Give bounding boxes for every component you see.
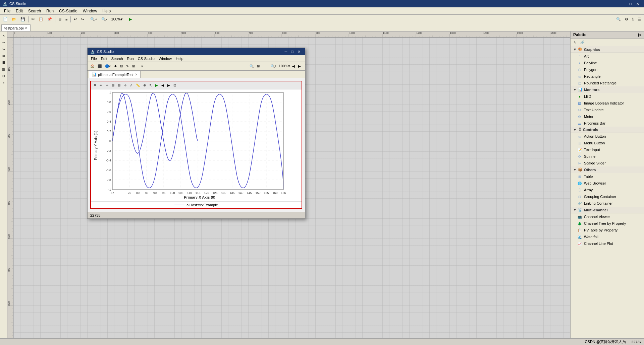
inner-menu-window[interactable]: Window xyxy=(157,56,174,61)
main-canvas[interactable]: 🔬 CS-Studio ─ □ ✕ xyxy=(13,38,570,338)
toolbar-zoom-in[interactable]: 🔍+ xyxy=(89,16,99,23)
maximize-button[interactable]: □ xyxy=(627,1,634,7)
toolbar-save[interactable]: 💾 xyxy=(19,16,27,23)
palette-section-monitors-header[interactable]: ▼ 📊 Monitors xyxy=(571,86,644,93)
palette-item-spinner[interactable]: ⟳ Spinner xyxy=(571,153,644,160)
inner-menu-search[interactable]: Search xyxy=(109,56,125,61)
inner-minimize-button[interactable]: ─ xyxy=(283,49,289,54)
menu-edit[interactable]: Edit xyxy=(13,8,25,14)
palette-section-multichannel-header[interactable]: ▼ 📡 Multi-channel xyxy=(571,207,644,213)
palette-item-meter[interactable]: ⏲ Meter xyxy=(571,113,644,120)
close-button[interactable]: ✕ xyxy=(634,1,641,7)
palette-item-polyline[interactable]: / Polyline xyxy=(571,60,644,66)
palette-item-scaled-slider[interactable]: ⊢ Scaled Slider xyxy=(571,160,644,166)
chart-btn-zoom-out[interactable]: ⊟ xyxy=(116,82,122,88)
inner-tb-7[interactable]: ⊞ xyxy=(131,63,136,70)
palette-item-channel-line-plot[interactable]: 📈 Channel Line Plot xyxy=(571,240,644,247)
chart-btn-fit[interactable]: ⤢ xyxy=(128,82,134,88)
inner-tb-8[interactable]: ☰▾ xyxy=(137,63,144,70)
palette-item-text-update[interactable]: 0.0 Text Update xyxy=(571,107,644,113)
palette-item-pvtable[interactable]: 📋 PVTable by Property xyxy=(571,227,644,233)
toolbar-settings[interactable]: ⚙ xyxy=(623,16,630,23)
inner-tb-4[interactable]: ✚ xyxy=(113,63,118,70)
inner-nav-fwd[interactable]: ▶ xyxy=(297,63,302,70)
inner-zoom-in[interactable]: 🔍+ xyxy=(269,63,278,70)
toolbar-info[interactable]: ℹ xyxy=(631,16,635,23)
chart-btn-pan[interactable]: ✢ xyxy=(122,82,128,88)
toolbar-redo[interactable]: ↪ xyxy=(79,16,86,23)
chart-btn-2[interactable]: ↩ xyxy=(98,82,104,88)
inner-tb-search[interactable]: 🔍 xyxy=(248,63,255,70)
inner-menu-run[interactable]: Run xyxy=(125,56,136,61)
toolbar-undo[interactable]: ↩ xyxy=(72,16,78,23)
inner-tab-close[interactable]: ✕ xyxy=(135,73,138,76)
inner-nav-back[interactable]: ◀ xyxy=(291,63,296,70)
palette-item-arc[interactable]: ◜ Arc xyxy=(571,53,644,60)
palette-item-led[interactable]: ● LED xyxy=(571,93,644,100)
minimize-button[interactable]: ─ xyxy=(620,1,627,7)
chart-btn-crosshair[interactable]: ⊕ xyxy=(142,82,147,88)
toolbar-paste[interactable]: 📌 xyxy=(46,16,54,23)
left-btn-4[interactable]: ⊞ xyxy=(1,53,7,59)
toolbar-open[interactable]: 📂 xyxy=(10,16,18,23)
palette-item-web-browser[interactable]: 🌐 Web Browser xyxy=(571,180,644,187)
palette-section-others-header[interactable]: ▼ 📦 Others xyxy=(571,166,644,173)
palette-item-polygon[interactable]: ⬡ Polygon xyxy=(571,66,644,73)
left-btn-2[interactable]: ↩ xyxy=(1,40,7,46)
toolbar-new[interactable]: 📄 xyxy=(1,16,9,23)
toolbar-extra[interactable]: ☰ xyxy=(636,16,643,23)
left-btn-7[interactable]: ⊡ xyxy=(1,73,7,79)
toolbar-search[interactable]: 🔍 xyxy=(614,16,623,23)
menu-run[interactable]: Run xyxy=(44,8,56,14)
menu-search[interactable]: Search xyxy=(25,8,44,14)
left-btn-6[interactable]: ▦ xyxy=(1,66,7,72)
inner-close-button[interactable]: ✕ xyxy=(296,49,302,54)
palette-select-btn[interactable]: ↖ xyxy=(572,39,578,45)
palette-expand-icon[interactable]: ▷ xyxy=(638,32,641,37)
inner-tb-6[interactable]: ✎ xyxy=(125,63,130,70)
toolbar-zoom-pct[interactable]: 100%▾ xyxy=(110,16,124,23)
chart-btn-3[interactable]: ↪ xyxy=(104,82,110,88)
left-btn-8[interactable]: ≡ xyxy=(1,80,7,86)
toolbar-copy[interactable]: 📋 xyxy=(37,16,45,23)
palette-item-menu-button[interactable]: ☰ Menu Button xyxy=(571,140,644,146)
inner-tb-extra[interactable]: ☰ xyxy=(262,63,267,70)
palette-item-rounded-rectangle[interactable]: ▢ Rounded Rectangle xyxy=(571,80,644,86)
tab-testpara-close[interactable]: ✕ xyxy=(25,26,28,30)
menu-window[interactable]: Window xyxy=(80,8,100,14)
left-btn-5[interactable]: ☰ xyxy=(1,60,7,66)
chart-btn-nav-fwd[interactable]: ▶ xyxy=(166,82,171,88)
palette-section-graphics-header[interactable]: ▼ 🎨 Graphics xyxy=(571,46,644,53)
palette-item-array[interactable]: [] Array xyxy=(571,187,644,193)
palette-item-text-input[interactable]: 📝 Text Input xyxy=(571,146,644,153)
palette-item-channel-tree[interactable]: 🌲 Channel Tree by Property xyxy=(571,220,644,227)
chart-btn-snap[interactable]: ⊡ xyxy=(172,82,177,88)
chart-btn-zoom-in[interactable]: ⊞ xyxy=(110,82,116,88)
left-btn-3[interactable]: ↪ xyxy=(1,46,7,52)
palette-item-table[interactable]: ⊞ Table xyxy=(571,173,644,180)
palette-item-grouping-container[interactable]: ⊡ Grouping Container xyxy=(571,193,644,200)
palette-item-linking-container[interactable]: 🔗 Linking Container xyxy=(571,200,644,207)
toolbar-grid[interactable]: ⊞ xyxy=(57,16,63,23)
inner-tb-grid[interactable]: ⊞ xyxy=(256,63,261,70)
menu-help[interactable]: Help xyxy=(100,8,113,14)
palette-section-controls-header[interactable]: ▼ 🎛 Controls xyxy=(571,127,644,133)
inner-menu-csstudio[interactable]: CS-Studio xyxy=(136,56,157,61)
toolbar-align[interactable]: ≡ xyxy=(64,16,69,23)
chart-btn-run[interactable]: ▶ xyxy=(154,82,159,88)
inner-tb-5[interactable]: ⊡ xyxy=(119,63,124,70)
inner-tb-3[interactable]: 🔵▾ xyxy=(104,63,112,70)
inner-tb-1[interactable]: 🏠 xyxy=(89,63,96,70)
menu-csstudio[interactable]: CS-Studio xyxy=(56,8,80,14)
left-btn-1[interactable]: ✕ xyxy=(1,33,7,39)
inner-menu-help[interactable]: Help xyxy=(174,56,185,61)
inner-maximize-button[interactable]: □ xyxy=(289,49,295,54)
palette-item-rectangle[interactable]: ▭ Rectangle xyxy=(571,73,644,80)
inner-tab-aiexample[interactable]: 📊 piHost:aiExampleTest ✕ xyxy=(89,71,141,78)
toolbar-run[interactable]: ▶ xyxy=(127,16,133,23)
chart-btn-ruler[interactable]: 📏 xyxy=(135,82,141,88)
palette-item-action-button[interactable]: ▭ Action Button xyxy=(571,133,644,140)
palette-item-progress-bar[interactable]: ▬ Progress Bar xyxy=(571,120,644,127)
inner-tb-2[interactable]: ⬛ xyxy=(96,63,103,70)
toolbar-zoom-out[interactable]: 🔍- xyxy=(100,16,109,23)
